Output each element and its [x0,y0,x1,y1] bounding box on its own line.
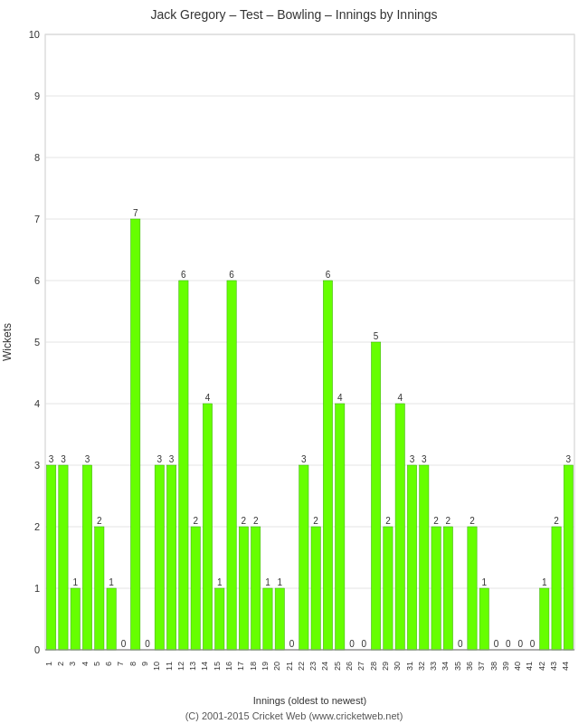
svg-text:1: 1 [265,577,270,587]
svg-rect-69 [336,404,345,650]
svg-text:35: 35 [453,662,462,671]
svg-text:0: 0 [494,639,499,649]
svg-text:7: 7 [133,208,138,218]
svg-text:44: 44 [561,662,570,671]
svg-text:3: 3 [169,454,175,464]
svg-rect-98 [552,527,561,650]
svg-text:42: 42 [537,662,546,671]
svg-text:4: 4 [34,398,40,409]
svg-rect-85 [443,527,452,650]
svg-rect-54 [239,527,248,650]
svg-rect-79 [407,465,416,650]
svg-text:3: 3 [85,454,90,464]
svg-rect-42 [166,465,175,650]
svg-text:5: 5 [92,662,101,666]
svg-text:2: 2 [97,516,102,526]
svg-rect-30 [82,465,91,650]
svg-text:11: 11 [165,662,174,671]
svg-rect-24 [47,465,56,650]
svg-text:24: 24 [320,662,329,671]
svg-text:4: 4 [337,393,343,403]
svg-text:1: 1 [34,583,40,594]
bar-chart: 012345678910Wickets331321070336241622110… [0,25,588,709]
svg-text:16: 16 [224,662,233,671]
svg-text:21: 21 [285,662,294,671]
svg-text:2: 2 [446,516,451,526]
svg-text:8: 8 [128,662,138,666]
svg-text:0: 0 [34,644,40,655]
svg-rect-77 [395,404,404,650]
svg-text:2: 2 [34,521,40,532]
chart-title: Jack Gregory – Test – Bowling – Innings … [0,0,588,25]
svg-rect-32 [95,527,104,650]
svg-rect-73 [371,342,380,650]
svg-text:0: 0 [517,639,523,649]
svg-rect-40 [155,465,164,650]
svg-text:6: 6 [229,270,234,280]
svg-rect-60 [275,588,284,650]
svg-text:18: 18 [249,662,258,671]
svg-text:9: 9 [140,662,149,666]
svg-rect-83 [432,527,441,650]
svg-text:38: 38 [489,662,498,671]
svg-text:0: 0 [289,639,295,649]
svg-rect-90 [479,588,488,650]
svg-text:17: 17 [236,662,245,671]
svg-text:0: 0 [362,639,367,649]
svg-text:14: 14 [200,662,209,671]
svg-text:22: 22 [297,662,306,671]
svg-text:3: 3 [61,454,66,464]
svg-text:25: 25 [333,662,342,671]
svg-text:2: 2 [385,516,391,526]
chart-container: Jack Gregory – Test – Bowling – Innings … [0,0,588,724]
svg-text:3: 3 [68,662,77,666]
svg-text:0: 0 [349,639,355,649]
svg-rect-75 [384,527,393,650]
svg-rect-34 [107,588,116,650]
svg-text:4: 4 [81,662,90,666]
svg-text:1: 1 [44,662,53,666]
svg-text:37: 37 [477,662,486,671]
svg-rect-63 [299,465,308,650]
svg-text:1: 1 [217,577,223,587]
svg-rect-37 [131,219,140,650]
svg-text:3: 3 [301,454,307,464]
svg-rect-52 [227,281,236,650]
svg-text:10: 10 [29,29,40,40]
svg-text:27: 27 [356,662,365,671]
svg-text:13: 13 [188,662,197,671]
svg-text:7: 7 [116,662,125,666]
svg-text:2: 2 [56,662,65,666]
svg-text:1: 1 [72,577,78,587]
svg-text:41: 41 [525,662,534,671]
svg-text:30: 30 [393,662,402,671]
svg-rect-26 [59,465,68,650]
svg-text:1: 1 [482,577,488,587]
svg-text:6: 6 [104,662,113,666]
svg-text:6: 6 [326,270,331,280]
footer-text: (C) 2001-2015 Cricket Web (www.cricketwe… [0,709,588,721]
svg-text:26: 26 [345,662,354,671]
svg-text:40: 40 [513,662,522,671]
svg-text:28: 28 [369,662,378,671]
svg-text:0: 0 [458,639,463,649]
svg-text:3: 3 [157,454,163,464]
svg-text:2: 2 [433,516,439,526]
svg-text:Wickets: Wickets [1,323,14,361]
svg-text:2: 2 [253,516,259,526]
svg-rect-58 [263,588,272,650]
svg-rect-44 [179,281,188,650]
svg-text:0: 0 [121,639,127,649]
svg-text:1: 1 [109,577,114,587]
svg-text:10: 10 [152,662,161,671]
svg-text:19: 19 [261,662,270,671]
svg-text:3: 3 [566,454,572,464]
svg-rect-88 [468,527,477,650]
svg-text:0: 0 [145,639,150,649]
svg-text:5: 5 [34,337,40,348]
svg-text:6: 6 [34,275,40,286]
svg-rect-50 [215,588,224,650]
svg-text:2: 2 [193,516,198,526]
svg-rect-65 [311,527,320,650]
svg-text:2: 2 [242,516,247,526]
